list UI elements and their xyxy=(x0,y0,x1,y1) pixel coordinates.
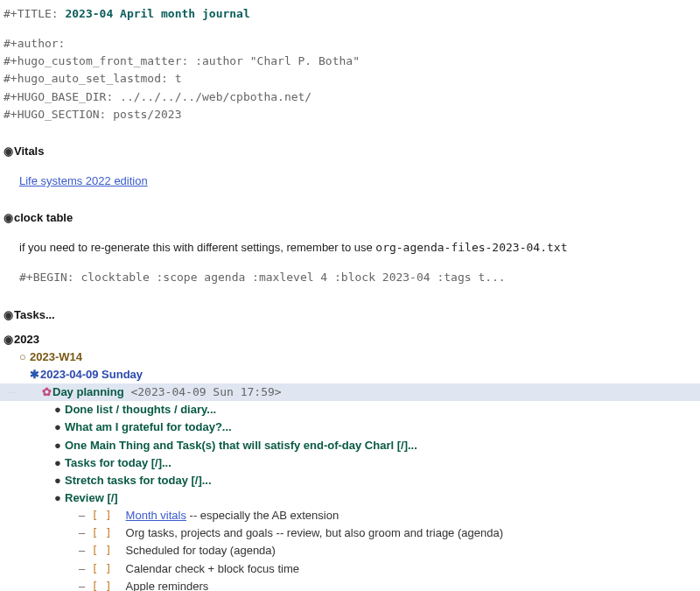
review-text: Apple reminders xyxy=(126,580,209,591)
fold-indicator-icon[interactable]: ⋯ xyxy=(4,386,21,400)
list-item: – [ ] Scheduled for today (agenda) xyxy=(4,542,696,559)
author-line: #+author: xyxy=(4,35,696,53)
timestamp: <2023-04-09 Sun 17:59> xyxy=(124,385,282,398)
bullet-icon: ◉ xyxy=(4,331,14,348)
asterisk-icon: ✱ xyxy=(30,366,40,383)
bullet-icon: ◉ xyxy=(4,306,14,324)
flower-icon: ✿ xyxy=(42,383,52,401)
review-text: Org tasks, projects and goals -- review,… xyxy=(126,526,503,539)
dot-icon: ● xyxy=(54,401,65,419)
title-keyword: #+TITLE: xyxy=(4,7,65,20)
hugo-custom-line: #+hugo_custom_front_matter: :author "Cha… xyxy=(4,53,696,70)
subhead-grateful[interactable]: ●What am I grateful for today?... xyxy=(4,419,696,436)
list-item: – [ ] Month vitals -- especially the AB … xyxy=(4,507,696,524)
review-link[interactable]: Month vitals xyxy=(126,509,186,522)
subhead-done[interactable]: ●Done list / thoughts / diary... xyxy=(4,401,696,419)
review-list: – [ ] Month vitals -- especially the AB … xyxy=(4,507,696,591)
hugo-lastmod-line: #+hugo_auto_set_lastmod: t xyxy=(4,70,696,88)
dash-icon: – xyxy=(79,580,91,591)
dot-icon: ● xyxy=(54,454,65,472)
heading-day-planning[interactable]: ⋯✿Day planning <2023-04-09 Sun 17:59> xyxy=(0,383,700,401)
dot-icon: ● xyxy=(54,489,65,507)
review-text: Calendar check + block focus time xyxy=(126,562,299,575)
review-text: Scheduled for today (agenda) xyxy=(126,544,276,557)
bullet-icon: ◉ xyxy=(4,143,14,160)
checkbox[interactable]: [ ] xyxy=(91,544,125,557)
checkbox[interactable]: [ ] xyxy=(91,526,125,539)
title-value: 2023-04 April month journal xyxy=(65,7,249,20)
clock-note: if you need to re-generate this with dif… xyxy=(4,239,696,257)
clock-begin-line: #+BEGIN: clocktable :scope agenda :maxle… xyxy=(4,269,696,286)
dot-icon: ● xyxy=(54,419,65,436)
heading-week[interactable]: ○2023-W14 xyxy=(4,348,696,366)
dash-icon: – xyxy=(79,509,91,522)
dash-icon: – xyxy=(79,562,91,575)
checkbox[interactable]: [ ] xyxy=(91,562,125,575)
checkbox[interactable]: [ ] xyxy=(91,509,125,522)
dash-icon: – xyxy=(79,526,91,539)
editor-viewport: #+TITLE: 2023-04 April month journal #+a… xyxy=(0,0,700,591)
life-systems-link[interactable]: Life systems 2022 edition xyxy=(19,174,148,187)
heading-date[interactable]: ✱2023-04-09 Sunday xyxy=(4,366,696,383)
subhead-tasks-today[interactable]: ●Tasks for today [/]... xyxy=(4,454,696,472)
hugo-base-line: #+HUGO_BASE_DIR: ../../../../web/cpbotha… xyxy=(4,88,696,106)
list-item: – [ ] Apple reminders xyxy=(4,578,696,591)
checkbox[interactable]: [ ] xyxy=(91,580,125,591)
list-item: – [ ] Calendar check + block focus time xyxy=(4,560,696,578)
heading-tasks[interactable]: ◉Tasks... xyxy=(4,306,696,324)
dash-icon: – xyxy=(79,544,91,557)
subhead-review[interactable]: ●Review [/] xyxy=(4,489,696,507)
subhead-stretch[interactable]: ●Stretch tasks for today [/]... xyxy=(4,472,696,489)
subhead-one-main[interactable]: ●One Main Thing and Task(s) that will sa… xyxy=(4,437,696,454)
vitals-link-line: Life systems 2022 edition xyxy=(4,172,696,190)
heading-vitals[interactable]: ◉Vitals xyxy=(4,143,696,160)
heading-clocktable[interactable]: ◉clock table xyxy=(4,209,696,227)
review-text: -- especially the AB extension xyxy=(186,509,339,522)
title-line: #+TITLE: 2023-04 April month journal xyxy=(4,5,696,23)
bullet-icon: ◉ xyxy=(4,209,14,227)
dot-icon: ● xyxy=(54,437,65,454)
heading-year[interactable]: ◉2023 xyxy=(4,331,696,348)
hugo-section-line: #+HUGO_SECTION: posts/2023 xyxy=(4,106,696,123)
open-circle-icon: ○ xyxy=(19,348,30,366)
dot-icon: ● xyxy=(54,472,65,489)
list-item: – [ ] Org tasks, projects and goals -- r… xyxy=(4,524,696,542)
